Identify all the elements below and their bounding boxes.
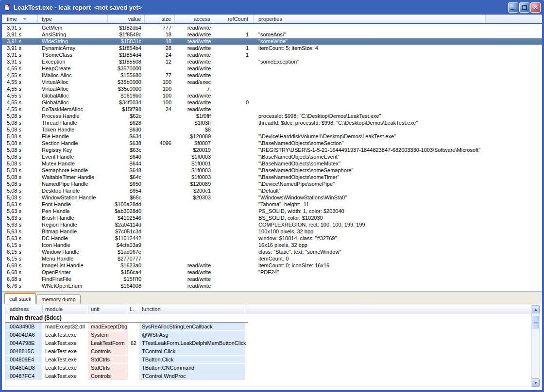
table-row[interactable]: 3,91 sDynamicArray$1f854b428read/write1i… (2, 45, 542, 51)
cell-type: FindFirstFile (38, 276, 108, 282)
cell-type: DC Handle (38, 235, 108, 242)
maximize-button[interactable] (519, 2, 529, 13)
callstack-column-header-module[interactable]: module (43, 305, 88, 313)
table-row[interactable]: 4,55 sHeapCreate$3570000read/write (2, 65, 542, 72)
table-row[interactable]: 5,08 sWindowStation Handle$65c$20303"\Wi… (2, 194, 542, 201)
column-header-size[interactable]: size (145, 15, 175, 23)
cell-properties: "\Device\HarddiskVolume1\Desktop\Demos\L… (254, 133, 485, 140)
column-header-refCount[interactable]: refCount (214, 15, 254, 23)
table-row[interactable]: 5,08 sProcess Handle$62c$1f0fffprocessId… (2, 113, 542, 119)
table-row[interactable]: 5,08 sSemaphore Handle$648$1f0003"\BaseN… (2, 167, 542, 174)
call-stack-row[interactable]: 0048815CLeakTest.exeControlsTControl.Cli… (5, 347, 531, 356)
callstack-column-header-function[interactable]: function (139, 305, 245, 313)
cell-type: Registry Key (38, 147, 108, 153)
call-stack-row[interactable]: 004809E4LeakTest.exeStdCtrlsTButton.Clic… (5, 356, 531, 364)
cell-type: WNetOpenEnum (38, 282, 108, 289)
tab-call-stack[interactable]: call stack (4, 293, 36, 304)
call-stack-row[interactable]: 00480AD8LeakTest.exeStdCtrlsTButton.CNCo… (5, 364, 531, 372)
table-row[interactable]: 6,68 sFindFirstFile$15f7f0read/write (2, 276, 542, 282)
table-row[interactable]: 4,55 sGlobalAlloc$34f0034100read/write0 (2, 99, 542, 106)
call-stack-row[interactable]: 004A798ELeakTest.exeLeakTestForm62TTestL… (5, 339, 531, 347)
table-row[interactable]: 5,08 sMutex Handle$644$1f0001"\BaseNamed… (2, 160, 542, 167)
table-row[interactable]: 5,63 sPen Handle$ab3028d0PS_SOLID, width… (2, 208, 542, 214)
cell-type: Section Handle (38, 140, 108, 147)
table-row[interactable]: 5,08 sSection Handle$6384096$f0007"\Base… (2, 140, 542, 147)
table-row[interactable]: 5,63 sFont Handle$100a28dd"Tahoma", heig… (2, 201, 542, 208)
cell-properties: "\BaseNamedObjects\someSemaphore" (254, 167, 485, 174)
table-row[interactable]: 5,08 sNamedPipe Handle$650$120089"\Devic… (2, 180, 542, 187)
table-row[interactable]: 5,08 sEvent Handle$640$1f0003"\BaseNamed… (2, 153, 542, 160)
table-row[interactable]: 6,68 sOpenPrinter$156ca4read/write"PDF24… (2, 269, 542, 276)
callstack-column-header-address[interactable]: address (5, 305, 43, 313)
cell-value: $62c (108, 113, 145, 119)
table-row[interactable]: 5,08 sRegistry Key$63c$20019"\REGISTRY\U… (2, 147, 542, 153)
scrollbar-thumb[interactable] (532, 316, 539, 328)
table-row[interactable]: 4,55 sCoTaskMemAlloc$15f79824read/write (2, 106, 542, 113)
cell-time: 5,08 s (2, 180, 38, 187)
table-row[interactable]: 3,91 sAnsiString$1f8549c18read/write1"so… (2, 31, 542, 38)
cell-access: read/write (175, 262, 214, 269)
title-bar[interactable]: LeakTest.exe - leak report <not saved ye… (0, 0, 544, 15)
table-row[interactable]: 6,15 sMenu Handle$2770777itemCount: 0 (2, 255, 542, 262)
column-header-properties[interactable]: properties (254, 15, 485, 23)
table-row[interactable]: 3,91 sWideString$15831c18read/write"some… (2, 38, 542, 45)
table-row[interactable]: 5,08 sToken Handle$630$8 (2, 126, 542, 133)
cell-value: $640 (108, 153, 145, 160)
table-row[interactable]: 5,63 sRegion Handle$2a04114dCOMPLEXREGIO… (2, 221, 542, 228)
table-row[interactable]: 6,15 sWindow Handle$1ad067eclass: "Stati… (2, 248, 542, 255)
callstack-column-header-line[interactable]: l.. (128, 305, 139, 313)
cell-size (145, 147, 175, 153)
cell-size (145, 201, 175, 208)
cell-time: 4,55 s (2, 92, 38, 99)
table-row[interactable]: 3,91 sException$1f8550812read/write"some… (2, 58, 542, 65)
minimize-button[interactable] (508, 2, 518, 13)
scroll-down-button[interactable] (532, 378, 540, 387)
cell-refCount (214, 92, 254, 99)
table-row[interactable]: 3,91 sGetMem$1f82db4777read/write (2, 24, 542, 31)
table-row[interactable]: 6,15 sIcon Handle$4cfa03a916x16 pixels, … (2, 242, 542, 248)
cell-time: 5,08 s (2, 174, 38, 180)
call-stack-row[interactable]: 00404DA6LeakTest.exeSystem@WStrAsg (5, 331, 531, 339)
cell-size (145, 65, 175, 72)
column-header-access[interactable]: access (175, 15, 214, 23)
vertical-scrollbar[interactable] (531, 305, 540, 387)
table-row[interactable]: 6,68 sImageList Handle$1623a0read/writei… (2, 262, 542, 269)
cell-type: Menu Handle (38, 255, 108, 262)
table-row[interactable]: 5,63 sDC Handle$11012442window: $10014, … (2, 235, 542, 242)
table-row[interactable]: 4,55 sGlobalAlloc$1619b0100read/write (2, 92, 542, 99)
table-row[interactable]: 4,55 sVirtualAlloc$35c0000100./. (2, 85, 542, 92)
cell-refCount (214, 65, 254, 72)
tab-memory-dump[interactable]: memory dump (36, 294, 80, 304)
table-row[interactable]: 5,08 sFile Handle$634$120089"\Device\Har… (2, 133, 542, 140)
call-stack-row[interactable]: 00A3490BmadExcept32.dllmadExceptDbgSysRe… (5, 323, 531, 331)
cell-time: 3,91 s (2, 45, 38, 51)
table-row[interactable]: 4,55 sVirtualAlloc$35b0000100read/exec (2, 79, 542, 85)
cell-refCount (214, 248, 254, 255)
close-button[interactable]: ✕ (530, 2, 541, 13)
table-row[interactable]: 5,63 sBitmap Handle$7c051c3d100x100 pixe… (2, 228, 542, 235)
cell-properties (254, 92, 485, 99)
cell-size: 4096 (145, 140, 175, 147)
scrollbar-track[interactable] (532, 315, 540, 378)
scroll-up-button[interactable] (532, 305, 540, 313)
table-row[interactable]: 3,91 sTSomeClass$1f854d424read/write1 (2, 51, 542, 58)
cell-module: LeakTest.exe (43, 331, 88, 339)
column-header-type[interactable]: type (38, 15, 108, 23)
cell-value: $1f85508 (108, 58, 145, 65)
cell-properties: PS_SOLID, width: 1, color: $203040 (254, 208, 485, 214)
table-row[interactable]: 5,63 sBrush Handle$4102546BS_SOLID, colo… (2, 214, 542, 221)
table-row[interactable]: 4,55 sIMalloc.Alloc$15568077read/write (2, 72, 542, 79)
cell-access: $8 (175, 126, 214, 133)
table-row[interactable]: 5,08 sWaitableTimer Handle$64c$1f0003"\B… (2, 174, 542, 180)
cell-properties (254, 85, 485, 92)
column-header-value[interactable]: value (108, 15, 145, 23)
table-row[interactable]: 5,08 sDesktop Handle$654$200c1"\Default" (2, 187, 542, 194)
cell-unit: LeakTestForm (88, 339, 128, 347)
callstack-column-header-unit[interactable]: unit (88, 305, 128, 313)
thread-group-header: main thread ($dcc) (5, 313, 248, 323)
table-row[interactable]: 5,08 sThread Handle$628$1f03ffthreadId: … (2, 119, 542, 126)
column-header-time[interactable]: time (2, 15, 38, 23)
table-row[interactable]: 6,76 sWNetOpenEnum$164008read/write (2, 282, 542, 289)
cell-time: 6,15 s (2, 248, 38, 255)
call-stack-row[interactable]: 00487FC4LeakTest.exeControlsTControl.Wnd… (5, 372, 531, 380)
